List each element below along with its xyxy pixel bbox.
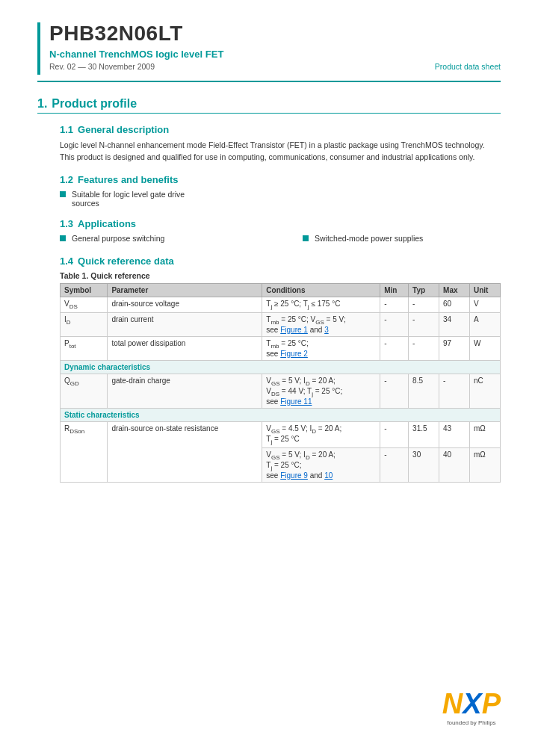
col-symbol: Symbol [61,283,108,297]
table-row: QGD gate-drain charge VGS = 5 V; ID = 20… [61,374,501,408]
cell-max: 97 [439,336,470,360]
cell-min: - [380,447,409,482]
nxp-n-letter: N [442,690,463,718]
cell-parameter: total power dissipation [108,336,262,360]
subsection-1-1-number: 1.1 [60,124,73,135]
cell-min: - [380,312,409,336]
table-section-row: Dynamic characteristics [61,360,501,374]
subsection-1-1-body: Logic level N-channel enhancement mode F… [60,140,501,164]
subsection-1-3: 1.3Applications General purpose switchin… [60,218,501,245]
cell-min: - [380,374,409,408]
col-min: Min [380,283,409,297]
cell-conditions: VGS = 5 V; ID = 20 A;VDS = 44 V; Tj = 25… [262,374,380,408]
cell-unit: mΩ [470,421,501,447]
section-1: 1.Product profile 1.1General description… [37,97,501,483]
subsection-1-3-number: 1.3 [60,218,73,229]
cell-typ: 30 [409,447,439,482]
section-1-title: 1.Product profile [37,97,501,114]
cell-symbol: VDS [61,297,108,312]
header-content: PHB32N06LT N-channel TrenchMOS logic lev… [49,22,501,71]
subsection-1-2-number: 1.2 [60,174,73,185]
footer-logo: N X P founded by Philips [442,690,501,726]
subsection-1-1: 1.1General description Logic level N-cha… [60,124,501,164]
apps-list-2: Switched-mode power supplies [303,234,501,243]
cell-symbol: Ptot [61,336,108,360]
subsection-1-1-title: 1.1General description [60,124,501,135]
cell-conditions: Tmb = 25 °C; VGS = 5 V;see Figure 1 and … [262,312,380,336]
table-caption-title: Quick reference [90,271,149,280]
header: PHB32N06LT N-channel TrenchMOS logic lev… [37,22,501,82]
cell-conditions: Tmb = 25 °C;see Figure 2 [262,336,380,360]
subsection-1-4-number: 1.4 [60,255,73,267]
subsection-1-4: 1.4Quick reference data Table 1. Quick r… [60,255,501,483]
table-section-row: Static characteristics [61,408,501,421]
subsection-1-2-label: Features and benefits [78,174,178,185]
figure11-link[interactable]: Figure 11 [280,397,312,406]
cell-typ: 31.5 [409,421,439,447]
cell-max: 40 [439,447,470,482]
figure10-link[interactable]: 10 [324,471,333,480]
figure2-link[interactable]: Figure 2 [280,350,308,358]
cell-typ: - [409,297,439,312]
revision-text: Rev. 02 — 30 November 2009 [49,62,155,71]
page: PHB32N06LT N-channel TrenchMOS logic lev… [0,0,538,756]
applications-col-1: General purpose switching [60,234,258,245]
product-data-sheet-label: Product data sheet [435,62,501,71]
section-label-static: Static characteristics [61,408,501,421]
cell-min: - [380,297,409,312]
subsection-1-3-label: Applications [78,218,136,229]
app-text-2: Switched-mode power supplies [315,234,423,243]
product-subtitle: N-channel TrenchMOS logic level FET [49,49,501,60]
col-max: Max [439,283,470,297]
cell-max: 60 [439,297,470,312]
header-rev-row: Rev. 02 — 30 November 2009 Product data … [49,62,501,71]
cell-symbol: ID [61,312,108,336]
cell-unit: mΩ [470,447,501,482]
feature-item-1: Suitable for logic level gate drivesourc… [60,190,501,208]
cell-symbol: QGD [61,374,108,408]
subsection-1-2: 1.2Features and benefits Suitable for lo… [60,174,501,208]
cell-parameter: drain-source voltage [108,297,262,312]
table-header-row: Symbol Parameter Conditions Min Typ Max … [61,283,501,297]
col-unit: Unit [470,283,501,297]
applications-grid: General purpose switching Switched-mode … [60,234,501,245]
quick-reference-table: Symbol Parameter Conditions Min Typ Max … [60,283,501,483]
table-row: VDS drain-source voltage Tj ≥ 25 °C; Tj … [61,297,501,312]
subsection-1-4-title: 1.4Quick reference data [60,255,501,267]
figure3-link[interactable]: 3 [324,326,329,334]
cell-typ: 8.5 [409,374,439,408]
nxp-logo: N X P [442,690,501,718]
table-caption: Table 1. Quick reference [60,271,501,280]
table-row: ID drain current Tmb = 25 °C; VGS = 5 V;… [61,312,501,336]
cell-conditions: VGS = 5 V; ID = 20 A;Tj = 25 °C;see Figu… [262,447,380,482]
cell-conditions: Tj ≥ 25 °C; Tj ≤ 175 °C [262,297,380,312]
figure1-link[interactable]: Figure 1 [280,326,308,334]
table-row: RDSon drain-source on-state resistance V… [61,421,501,447]
product-title: PHB32N06LT [49,22,501,46]
section-1-number: 1. [37,97,47,110]
cell-unit: A [470,312,501,336]
subsection-1-3-title: 1.3Applications [60,218,501,229]
cell-unit: V [470,297,501,312]
app-item-2: Switched-mode power supplies [303,234,501,243]
cell-max: 34 [439,312,470,336]
table-caption-label: Table 1. [60,271,88,280]
figure9-link[interactable]: Figure 9 [280,471,308,480]
header-bar [37,22,40,75]
col-parameter: Parameter [108,283,262,297]
subsection-1-4-label: Quick reference data [78,255,174,267]
cell-parameter: drain-source on-state resistance [108,421,262,482]
nxp-p-letter: P [482,690,501,718]
feature-text-1: Suitable for logic level gate drivesourc… [72,190,185,208]
subsection-1-1-label: General description [78,124,169,135]
col-typ: Typ [409,283,439,297]
cell-conditions: VGS = 4.5 V; ID = 20 A;Tj = 25 °C [262,421,380,447]
app-text-1: General purpose switching [72,234,164,243]
section-label-dynamic: Dynamic characteristics [61,360,501,374]
cell-parameter: gate-drain charge [108,374,262,408]
cell-min: - [380,336,409,360]
cell-symbol: RDSon [61,421,108,482]
table-body: VDS drain-source voltage Tj ≥ 25 °C; Tj … [61,297,501,482]
table-row: Ptot total power dissipation Tmb = 25 °C… [61,336,501,360]
cell-max: - [439,374,470,408]
